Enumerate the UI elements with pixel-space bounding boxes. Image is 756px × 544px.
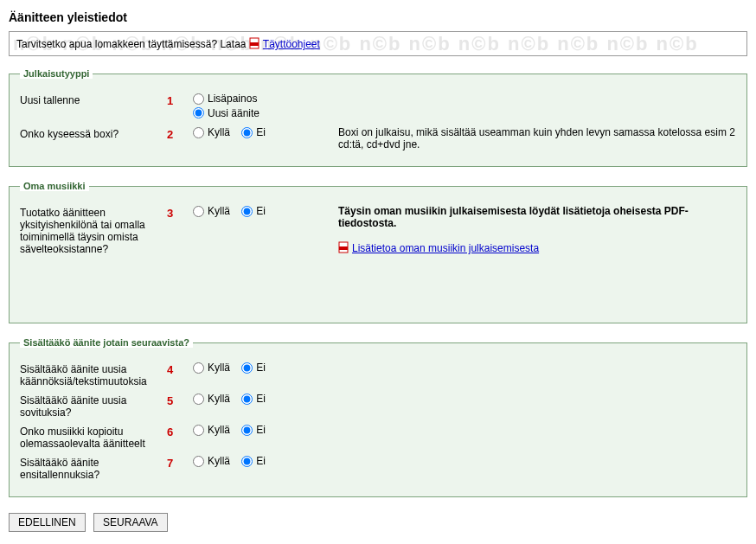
radio-label: Ei: [256, 424, 266, 436]
radio-label: Kyllä: [208, 424, 230, 436]
label-kopioitu: Onko musiikki kopioitu olemassaolevalta …: [20, 424, 167, 450]
radio-boxi-ei[interactable]: Ei: [241, 126, 266, 138]
link-oma-musiikki-pdf[interactable]: Lisätietoa oman musiikin julkaisemisesta: [352, 242, 539, 254]
svg-rect-1: [250, 42, 259, 46]
legend-sisaltaako: Sisältääkö äänite jotain seuraavista?: [20, 337, 193, 348]
label-oma-musiikki: Tuotatko äänitteen yksityishenkilönä tai…: [20, 205, 167, 255]
num-7: 7: [167, 455, 193, 470]
page-title: Äänitteen yleistiedot: [9, 10, 747, 24]
row-oma-musiikki: Tuotatko äänitteen yksityishenkilönä tai…: [20, 205, 736, 255]
radio-ensi-kylla[interactable]: Kyllä: [193, 455, 230, 467]
nav-buttons: EDELLINEN SEURAAVA: [9, 513, 747, 532]
legend-oma-musiikki: Oma musiikki: [20, 181, 89, 191]
radio-ensi-ei[interactable]: Ei: [241, 455, 266, 467]
radio-label: Kyllä: [208, 126, 230, 138]
radio-uusi-aanite[interactable]: Uusi äänite: [193, 107, 259, 119]
radio-kopioitu-kylla[interactable]: Kyllä: [193, 424, 230, 436]
row-kaannokset: Sisältääkö äänite uusia käännöksiä/tekst…: [20, 362, 736, 387]
num-6: 6: [167, 424, 193, 438]
info-boxi: Boxi on julkaisu, mikä sisältää useamman…: [331, 126, 736, 150]
radios-boxi: Kyllä Ei: [193, 126, 331, 141]
info-oma-musiikki-text: Täysin oman musiikin julkaisemisesta löy…: [338, 205, 736, 229]
radios-kopioitu: Kyllä Ei: [193, 424, 331, 438]
radio-kaannokset-ei[interactable]: Ei: [241, 362, 266, 374]
label-uusi-tallenne: Uusi tallenne: [20, 93, 167, 106]
row-uusi-tallenne: Uusi tallenne 1 Lisäpainos Uusi äänite: [20, 93, 736, 121]
num-4: 4: [167, 362, 193, 376]
radio-lisapainos[interactable]: Lisäpainos: [193, 93, 257, 105]
radio-label: Lisäpainos: [208, 93, 257, 105]
fieldset-oma-musiikki: Oma musiikki Tuotatko äänitteen yksityis…: [9, 181, 747, 323]
radio-label: Uusi äänite: [208, 107, 259, 119]
row-boxi: Onko kyseessä boxi? 2 Kyllä Ei Boxi on j…: [20, 126, 736, 150]
label-kaannokset: Sisältääkö äänite uusia käännöksiä/tekst…: [20, 362, 167, 387]
radio-label: Ei: [256, 455, 266, 467]
radio-kopioitu-ei[interactable]: Ei: [241, 424, 266, 436]
row-sovitukset: Sisältääkö äänite uusia sovituksia? 5 Ky…: [20, 393, 736, 419]
label-boxi: Onko kyseessä boxi?: [20, 126, 167, 140]
radio-label: Ei: [256, 362, 266, 374]
radio-label: Kyllä: [208, 362, 230, 374]
radios-kaannokset: Kyllä Ei: [193, 362, 331, 376]
radios-ensitallennukset: Kyllä Ei: [193, 455, 331, 470]
radio-label: Ei: [256, 205, 266, 217]
prev-button[interactable]: EDELLINEN: [9, 513, 86, 532]
fieldset-sisaltaako: Sisältääkö äänite jotain seuraavista? Si…: [9, 337, 747, 497]
row-kopioitu: Onko musiikki kopioitu olemassaolevalta …: [20, 424, 736, 450]
next-button[interactable]: SEURAAVA: [93, 513, 168, 532]
help-prefix: Tarvitsetko apua lomakkeen täyttämisessä…: [16, 38, 249, 50]
radio-label: Kyllä: [208, 205, 230, 217]
radios-oma-musiikki: Kyllä Ei: [193, 205, 331, 220]
help-link[interactable]: Täyttöohjeet: [263, 38, 320, 50]
radio-label: Ei: [256, 393, 266, 405]
radios-sovitukset: Kyllä Ei: [193, 393, 331, 407]
radio-sovitukset-kylla[interactable]: Kyllä: [193, 393, 230, 405]
radio-sovitukset-ei[interactable]: Ei: [241, 393, 266, 405]
label-ensitallennukset: Sisältääkö äänite ensitallennuksia?: [20, 455, 167, 481]
radio-boxi-kylla[interactable]: Kyllä: [193, 126, 230, 138]
pdf-icon: [249, 37, 261, 49]
radio-label: Kyllä: [208, 455, 230, 467]
num-1: 1: [167, 93, 193, 107]
help-box: n©b n©b n©b n©b n©b n©b n©b n©b n©b n©b …: [9, 31, 747, 56]
radio-label: Ei: [256, 126, 266, 138]
row-ensitallennukset: Sisältääkö äänite ensitallennuksia? 7 Ky…: [20, 455, 736, 481]
num-3: 3: [167, 205, 193, 220]
radio-oma-ei[interactable]: Ei: [241, 205, 266, 217]
radio-oma-kylla[interactable]: Kyllä: [193, 205, 230, 217]
legend-julkaisutyyppi: Julkaisutyyppi: [20, 68, 93, 79]
svg-rect-3: [339, 246, 348, 250]
pdf-icon: [338, 241, 350, 253]
info-oma-musiikki: Täysin oman musiikin julkaisemisesta löy…: [331, 205, 736, 254]
fieldset-julkaisutyyppi: Julkaisutyyppi Uusi tallenne 1 Lisäpaino…: [9, 68, 747, 167]
label-sovitukset: Sisältääkö äänite uusia sovituksia?: [20, 393, 167, 419]
radios-uusi-tallenne: Lisäpainos Uusi äänite: [193, 93, 331, 121]
radio-label: Kyllä: [208, 393, 230, 405]
radio-kaannokset-kylla[interactable]: Kyllä: [193, 362, 230, 374]
num-2: 2: [167, 126, 193, 141]
num-5: 5: [167, 393, 193, 407]
